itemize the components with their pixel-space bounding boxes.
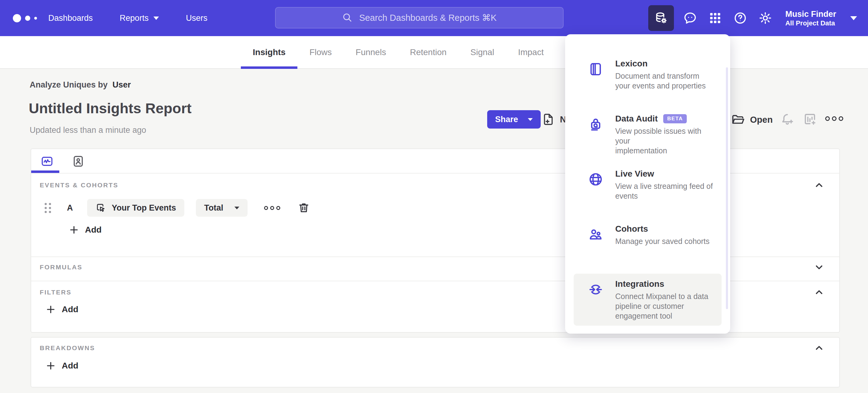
metric-dropdown[interactable]: Total [196,199,248,217]
top-navbar: Dashboards Reports Users Search Dashboar… [0,0,868,36]
project-selector[interactable]: Music Finder All Project Data [785,9,836,27]
tab-retention[interactable]: Retention [398,36,459,68]
database-gear-icon [654,11,668,25]
analyze-value-dropdown[interactable]: User [113,80,131,89]
profile-card-icon [72,155,85,168]
add-to-board-button[interactable] [803,112,817,127]
chevron-down-icon [813,261,825,273]
event-picker-button[interactable]: Your Top Events [87,199,185,217]
caret-down-icon [850,16,857,20]
event-icon [95,202,106,213]
alert-bell-plus-button[interactable] [780,112,795,127]
breakdowns-card: BREAKDOWNS Add [31,337,840,388]
formulas-section-label: FORMULAS [40,263,83,271]
menu-item-integrations[interactable]: Integrations Connect Mixpanel to a data … [574,274,722,326]
document-plus-icon [541,113,555,126]
tab-impact[interactable]: Impact [506,36,556,68]
live-view-globe-icon [588,172,603,187]
menu-item-data-audit[interactable]: Data Audit BETA View possible issues wit… [574,108,722,160]
tab-insights[interactable]: Insights [241,36,298,68]
plus-icon [46,305,56,314]
tab-signal[interactable]: Signal [459,36,506,68]
nav-users[interactable]: Users [186,13,208,23]
settings-button[interactable] [756,9,774,27]
page-title[interactable]: Untitled Insights Report [29,100,192,117]
bell-plus-icon [780,112,795,127]
add-breakdown-button[interactable]: Add [46,361,78,371]
filters-section-label: FILTERS [40,289,71,296]
events-collapse-button[interactable] [813,179,825,191]
nav-dashboards[interactable]: Dashboards [48,13,93,23]
trash-icon [298,201,310,214]
delete-event-button[interactable] [298,201,310,214]
gear-icon [758,11,772,25]
plus-icon [46,361,56,371]
project-name: Music Finder [785,9,836,19]
nav-links: Dashboards Reports Users [48,13,235,23]
open-report-button[interactable]: Open [731,113,773,127]
feedback-button[interactable] [681,9,699,27]
formulas-expand-button[interactable] [813,261,825,273]
tab-events-view[interactable] [39,154,55,169]
event-row: A Your Top Events Total [44,199,310,217]
add-filter-button[interactable]: Add [46,305,78,314]
search-icon [342,12,353,23]
event-more-options-button[interactable] [264,206,280,210]
report-more-options-button[interactable] [825,116,843,121]
report-tabbar: Insights Flows Funnels Retention Signal … [0,36,868,69]
plus-icon [69,225,79,235]
cohorts-people-icon [588,227,603,242]
data-audit-lock-icon [588,117,603,132]
event-letter: A [67,203,73,213]
updated-timestamp: Updated less than a minute ago [30,125,146,135]
tab-profiles-view[interactable] [70,154,86,169]
search-placeholder: Search Dashboards & Reports ⌘K [359,12,497,23]
drag-handle[interactable] [44,203,51,213]
search-input[interactable]: Search Dashboards & Reports ⌘K [275,7,564,28]
nav-reports[interactable]: Reports [120,13,159,23]
data-tools-menu: Lexicon Document and transform your even… [565,34,730,334]
grid-icon [709,11,722,25]
caret-down-icon [528,118,533,121]
apps-grid-button[interactable] [706,9,724,27]
metric-value: Total [204,203,223,213]
event-name: Your Top Events [112,203,176,213]
tab-funnels[interactable]: Funnels [344,36,398,68]
question-mark-icon [733,11,747,25]
caret-down-icon [235,206,239,209]
integrations-sync-icon [588,282,603,297]
share-button[interactable]: Share [487,110,541,129]
events-section-label: EVENTS & COHORTS [40,181,118,189]
breakdowns-collapse-button[interactable] [813,342,825,354]
data-management-button[interactable] [648,5,674,31]
insights-chart-icon [41,155,54,168]
chevron-up-icon [813,342,825,354]
caret-down-icon [153,17,159,20]
filters-collapse-button[interactable] [813,286,825,299]
help-button[interactable] [732,9,749,27]
menu-item-live-view[interactable]: Live View View a live streaming feed of … [574,164,722,206]
open-folder-icon [731,113,745,127]
nav-right-cluster: Music Finder All Project Data [648,0,857,36]
menu-item-cohorts[interactable]: Cohorts Manage your saved cohorts [574,219,722,251]
chevron-up-icon [813,286,825,298]
analyze-uniques-row: Analyze Uniques byUser [30,80,131,90]
active-view-underline [31,170,59,173]
breakdowns-section-label: BREAKDOWNS [40,344,95,352]
chart-plus-icon [803,112,817,127]
chat-bubble-icon [683,11,697,25]
menu-item-lexicon[interactable]: Lexicon Document and transform your even… [574,53,722,95]
mixpanel-logo-icon[interactable] [13,14,46,22]
beta-badge: BETA [663,114,687,123]
tab-flows[interactable]: Flows [298,36,344,68]
project-scope: All Project Data [785,19,836,27]
builder-view-tabs [39,154,86,169]
lexicon-book-icon [588,62,603,77]
analyze-label: Analyze Uniques by [30,80,107,89]
chevron-up-icon [813,179,825,191]
add-event-button[interactable]: Add [69,225,101,235]
